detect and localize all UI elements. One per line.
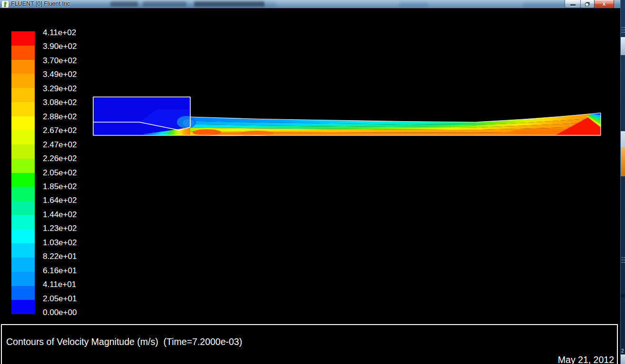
aero-glass-highlight <box>428 1 523 8</box>
legend-color-band <box>11 300 35 314</box>
background-strip-orange-button <box>621 147 625 176</box>
close-button[interactable]: x <box>594 0 614 9</box>
legend-value: 1.85e+02 <box>43 182 77 191</box>
legend-value: 2.26e+02 <box>43 154 77 163</box>
restore-button[interactable] <box>580 0 595 8</box>
legend-value: 2.88e+02 <box>43 113 77 121</box>
fluent-app-icon <box>2 1 9 8</box>
legend-color-band <box>11 60 35 74</box>
legend-value: 3.90e+02 <box>43 42 77 51</box>
aero-glass-highlight <box>276 0 400 7</box>
window-controls: x <box>565 0 614 9</box>
legend-value: 1.64e+02 <box>43 196 77 205</box>
legend-value: 3.49e+02 <box>43 70 77 79</box>
legend-color-band <box>11 102 35 116</box>
legend-color-band <box>11 88 35 102</box>
window-title: FLUENT [0] Fluent Inc <box>11 0 70 7</box>
scroll-grip-icon <box>622 27 625 34</box>
legend-value: 1.44e+02 <box>43 211 77 219</box>
legend-color-band <box>11 230 35 244</box>
legend-color-band <box>11 46 35 60</box>
caption-date: May 21, 2012 <box>430 354 614 364</box>
legend-color-band <box>11 74 35 88</box>
legend-color-band <box>11 159 35 173</box>
background-window-text-smudge <box>194 1 264 7</box>
legend-color-bar <box>11 31 35 314</box>
screen: FLUENT [0] Fluent Inc x 4.11e+023.90e+02… <box>0 0 625 364</box>
graphics-area[interactable]: 4.11e+023.90e+023.70e+023.49e+023.29e+02… <box>0 9 620 364</box>
legend-color-band <box>11 130 35 144</box>
legend-value: 1.23e+02 <box>43 224 77 233</box>
legend-color-band <box>11 173 35 187</box>
legend-value: 4.11e+01 <box>43 280 76 289</box>
legend-color-band <box>11 258 35 272</box>
legend-color-band <box>11 31 35 46</box>
legend-value: 0.00e+00 <box>43 308 77 317</box>
legend-color-band <box>11 144 35 159</box>
background-window-strip[interactable]: 2 <box>620 0 625 364</box>
legend-color-band <box>11 201 35 215</box>
clock-text: 2 <box>621 348 624 354</box>
scroll-grip-icon <box>622 257 625 264</box>
legend-value: 1.03e+02 <box>43 239 77 247</box>
legend-color-band <box>11 116 35 131</box>
close-icon: x <box>595 0 614 7</box>
background-strip-button <box>621 354 625 364</box>
legend-value: 3.29e+02 <box>43 85 77 93</box>
legend-color-band <box>11 243 35 258</box>
minimize-icon <box>570 4 576 6</box>
caption-right: May 21, 2012 FLUENT 6.3 (axi, dp, pbns, … <box>430 330 614 364</box>
legend-value: 2.47e+02 <box>43 141 77 149</box>
legend-color-band <box>11 272 35 286</box>
legend-value: 8.22e+01 <box>43 252 77 261</box>
caption-title: Contours of Velocity Magnitude (m/s) (Ti… <box>6 336 242 347</box>
legend-color-band <box>11 187 35 201</box>
legend-value: 3.70e+02 <box>43 57 77 65</box>
background-strip-button <box>621 37 625 55</box>
legend-value: 2.05e+01 <box>43 295 77 303</box>
legend-color-band <box>11 215 35 230</box>
background-strip-notch <box>621 294 625 297</box>
caption-box: Contours of Velocity Magnitude (m/s) (Ti… <box>1 324 618 364</box>
legend-color-band <box>11 286 35 300</box>
background-window-text-smudge <box>110 1 138 7</box>
legend-value: 4.11e+02 <box>43 29 76 37</box>
titlebar[interactable]: FLUENT [0] Fluent Inc x <box>0 0 620 9</box>
background-window-text-smudge <box>143 1 186 7</box>
legend-value: 3.08e+02 <box>43 98 77 107</box>
background-strip-button <box>621 131 625 147</box>
legend-value: 6.16e+01 <box>43 267 77 275</box>
restore-icon <box>585 3 589 6</box>
legend-value: 2.05e+02 <box>43 169 77 177</box>
minimize-button[interactable] <box>565 0 581 8</box>
legend-value: 2.67e+02 <box>43 126 77 135</box>
